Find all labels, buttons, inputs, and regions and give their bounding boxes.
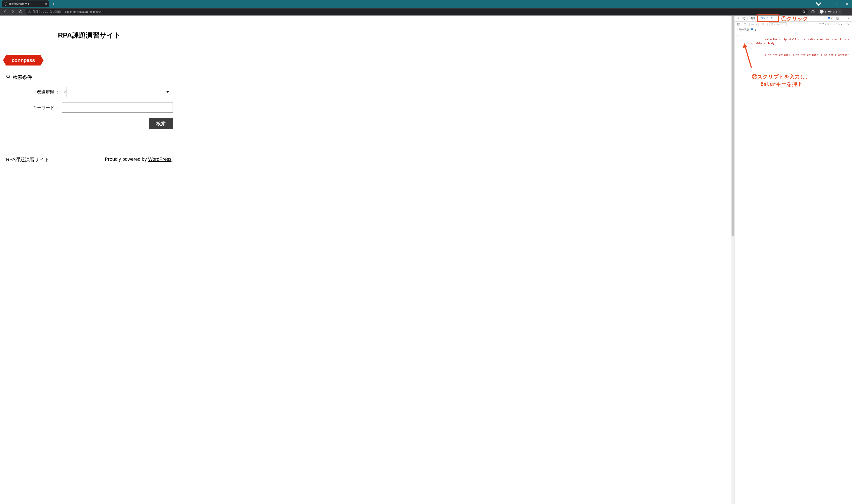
tab-elements[interactable]: 要素 bbox=[748, 16, 758, 21]
keyword-input[interactable] bbox=[62, 103, 173, 112]
devtools-close-icon[interactable] bbox=[846, 16, 851, 21]
side-panel-icon[interactable] bbox=[810, 8, 816, 15]
svg-point-3 bbox=[822, 12, 822, 12]
devtools-tabbar: 要素 コンソール ①クリック 1 bbox=[735, 16, 852, 21]
browser-tab[interactable]: RPA課題演習サイト × bbox=[2, 0, 49, 7]
footer-powered-by: Proudly powered by WordPress. bbox=[105, 157, 173, 163]
devtools-settings-icon[interactable] bbox=[835, 16, 840, 21]
page-scrollbar[interactable]: ▾ bbox=[731, 16, 735, 504]
prefecture-label: 都道府県： bbox=[6, 89, 60, 95]
not-secure-label: 保護されていない通信 bbox=[33, 10, 61, 14]
console-code-line: selector = '#post-11 > div > div > secti… bbox=[739, 34, 850, 49]
search-icon bbox=[6, 74, 11, 80]
svg-rect-1 bbox=[812, 11, 814, 13]
execution-context-dropdown[interactable]: top ▾ bbox=[751, 23, 757, 26]
tab-console[interactable]: コンソール bbox=[758, 16, 776, 21]
svg-rect-15 bbox=[738, 23, 740, 25]
devtools-more-icon[interactable] bbox=[840, 16, 846, 21]
devtools-panel: 要素 コンソール ①クリック 1 bbox=[735, 16, 852, 504]
globe-icon bbox=[4, 2, 7, 5]
scrollbar-down-icon[interactable]: ▾ bbox=[731, 501, 735, 503]
issues-bar[interactable]: 1 件の問題: 1 bbox=[735, 27, 852, 32]
browser-menu-icon[interactable] bbox=[844, 8, 850, 15]
svg-point-6 bbox=[847, 13, 847, 13]
svg-point-14 bbox=[843, 19, 843, 20]
addr-separator: | bbox=[62, 10, 63, 13]
message-icon bbox=[751, 28, 754, 31]
search-button[interactable]: 検索 bbox=[149, 118, 173, 129]
forward-button[interactable] bbox=[10, 8, 16, 15]
svg-point-13 bbox=[843, 18, 843, 19]
address-bar[interactable]: 保護されていない通信 | coach-tomi.sakura.ne.jp/dev… bbox=[25, 8, 808, 15]
console-output[interactable]: › selector = '#post-11 > div > div > sec… bbox=[735, 32, 852, 504]
addr-path: /dev/ bbox=[95, 10, 101, 13]
console-prompt-icon: › bbox=[737, 34, 738, 61]
browser-titlebar: RPA課題演習サイト × + bbox=[0, 0, 852, 8]
svg-rect-0 bbox=[836, 3, 838, 5]
tab-list-chevron-icon[interactable] bbox=[815, 0, 822, 7]
inspect-element-icon[interactable] bbox=[736, 16, 741, 21]
console-toolbar: top ▾ フィルタ デフォルト レベル ▾ bbox=[735, 21, 852, 27]
device-toolbar-icon[interactable] bbox=[741, 16, 746, 21]
wordpress-link[interactable]: WordPress bbox=[148, 157, 171, 162]
annotation-click-label: ①クリック bbox=[781, 15, 808, 22]
clear-console-icon[interactable] bbox=[743, 22, 748, 27]
svg-point-7 bbox=[7, 75, 10, 78]
svg-point-12 bbox=[843, 17, 843, 18]
footer-divider bbox=[6, 151, 173, 151]
message-count: 1 bbox=[831, 17, 832, 20]
svg-point-18 bbox=[848, 24, 849, 25]
bookmark-star-icon[interactable] bbox=[802, 10, 805, 14]
issues-text: 1 件の問題: bbox=[737, 28, 750, 32]
page-title: RPA課題演習サイト bbox=[6, 31, 173, 40]
prefecture-select[interactable] bbox=[62, 87, 67, 97]
svg-point-11 bbox=[837, 18, 838, 19]
reload-button[interactable] bbox=[17, 8, 24, 15]
svg-point-5 bbox=[847, 12, 847, 12]
scrollbar-thumb[interactable] bbox=[731, 16, 734, 236]
tab-title: RPA課題演習サイト bbox=[9, 2, 32, 6]
chevron-down-icon: ▾ bbox=[840, 23, 842, 26]
not-secure-icon bbox=[28, 10, 31, 13]
page-viewport[interactable]: RPA課題演習サイト connpass 検索条件 都道府県： bbox=[0, 16, 731, 504]
console-code-line: > tr:nth-child(1) > td:nth-child(2) > se… bbox=[739, 49, 850, 61]
search-conditions-heading: 検索条件 bbox=[6, 74, 173, 80]
footer-site-name: RPA課題演習サイト bbox=[6, 157, 49, 163]
live-expression-icon[interactable] bbox=[760, 22, 766, 27]
window-minimize-button[interactable] bbox=[822, 0, 832, 8]
browser-toolbar: 保護されていない通信 | coach-tomi.sakura.ne.jp/dev… bbox=[0, 8, 852, 16]
issues-count: 1 bbox=[755, 29, 756, 31]
log-level-dropdown[interactable]: デフォルト レベル ▾ bbox=[819, 22, 842, 26]
addr-domain: coach-tomi.sakura.ne.jp bbox=[65, 10, 95, 13]
annotation-script-label: ②スクリプトを入力し、 Enterキーを押下 bbox=[752, 73, 811, 88]
message-icon[interactable] bbox=[827, 17, 830, 20]
console-sidebar-icon[interactable] bbox=[736, 22, 741, 27]
window-maximize-button[interactable] bbox=[832, 0, 842, 8]
console-settings-icon[interactable] bbox=[846, 22, 851, 27]
new-tab-button[interactable]: + bbox=[50, 1, 56, 7]
back-button[interactable] bbox=[2, 8, 8, 15]
svg-point-4 bbox=[847, 10, 847, 11]
keyword-label: キーワード： bbox=[6, 105, 60, 110]
chevron-down-icon bbox=[166, 91, 169, 93]
connpass-logo: connpass bbox=[6, 55, 40, 66]
window-close-button[interactable] bbox=[842, 0, 852, 8]
tab-close-icon[interactable]: × bbox=[45, 2, 47, 5]
svg-rect-10 bbox=[744, 18, 745, 20]
incognito-icon bbox=[820, 10, 823, 14]
console-filter-input[interactable]: フィルタ bbox=[769, 22, 786, 26]
svg-point-17 bbox=[763, 24, 763, 25]
chevron-down-icon: ▾ bbox=[756, 23, 757, 26]
incognito-label: シークレット bbox=[825, 10, 840, 14]
incognito-indicator[interactable]: シークレット bbox=[817, 8, 842, 15]
svg-point-2 bbox=[821, 12, 822, 12]
